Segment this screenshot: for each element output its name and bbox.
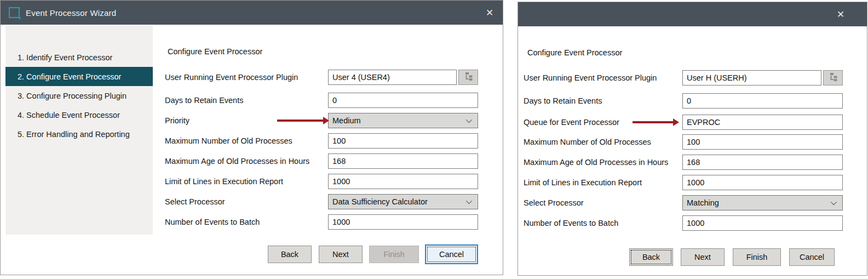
form-row: Number of Events to Batch 1000 [165, 214, 478, 230]
browse-user-button[interactable] [458, 70, 478, 85]
field-label: Maximum Number of Old Processes [165, 133, 292, 149]
field-label: Number of Events to Batch [165, 214, 260, 230]
next-button[interactable]: Next [319, 246, 363, 263]
sidebar-item-error-handling-and-reporting[interactable]: 5. Error Handling and Reporting [5, 124, 153, 144]
field-label: Maximum Age of Old Processes in Hours [524, 155, 668, 170]
annotation-arrow-priority [277, 117, 329, 124]
field-label: Priority [165, 113, 189, 128]
chevron-down-icon [831, 199, 837, 205]
field-label: Number of Events to Batch [524, 215, 618, 231]
sidebar-item-configure-event-processor[interactable]: 2. Configure Event Processor [5, 67, 153, 86]
form-row: Limit of Lines in Execution Report 1000 [524, 175, 843, 190]
form-row: Days to Retain Events 0 [165, 93, 478, 108]
form-row: Select Processor Data Sufficiency Calcul… [165, 194, 478, 209]
sidebar-item-schedule-event-processor[interactable]: 4. Schedule Event Processor [5, 105, 153, 124]
select-processor-value: Data Sufficiency Calculator [332, 197, 428, 206]
event-processor-wizard-dialog-cropped: ✕ Configure Event Processor User Running… [518, 2, 867, 276]
tree-browse-icon [464, 72, 473, 83]
max-age-old-processes-field[interactable]: 168 [682, 155, 843, 170]
form-row: User Running Event Processor Plugin User… [165, 70, 478, 85]
event-processor-wizard-dialog: Event Processor Wizard ✕ 1. Identify Eve… [0, 0, 503, 275]
field-label: Days to Retain Events [165, 93, 243, 108]
form-row: Maximum Number of Old Processes 100 [165, 133, 478, 149]
max-old-processes-field[interactable]: 100 [682, 134, 843, 150]
browse-user-button[interactable] [823, 70, 843, 86]
days-to-retain-events-field[interactable]: 0 [328, 93, 478, 108]
field-label: Queue for Event Processor [524, 115, 619, 130]
cancel-button[interactable]: Cancel [789, 248, 835, 266]
events-to-batch-field[interactable]: 1000 [328, 214, 478, 230]
max-age-old-processes-field[interactable]: 168 [328, 153, 478, 169]
form-row: Select Processor Matching [524, 195, 843, 210]
days-to-retain-events-field[interactable]: 0 [682, 93, 843, 109]
field-label: Days to Retain Events [524, 93, 602, 109]
page-title: Configure Event Processor [168, 47, 262, 56]
queue-for-event-processor-field[interactable]: EVPROC [682, 115, 843, 130]
limit-lines-report-field[interactable]: 1000 [328, 174, 478, 189]
tree-browse-icon [829, 72, 837, 83]
select-processor-value: Matching [687, 198, 719, 207]
finish-button: Finish [369, 246, 419, 263]
form-row: User Running Event Processor Plugin User… [524, 70, 843, 86]
limit-lines-report-field[interactable]: 1000 [682, 175, 843, 190]
field-label: User Running Event Processor Plugin [165, 70, 298, 85]
sidebar-item-identify-event-processor[interactable]: 1. Identify Event Processor [5, 48, 153, 67]
field-label: Select Processor [165, 194, 225, 209]
next-button[interactable]: Next [681, 248, 725, 266]
app-window-icon [9, 7, 20, 18]
wizard-steps-sidebar: 1. Identify Event Processor 2. Configure… [5, 26, 153, 235]
form-row: Number of Events to Batch 1000 [524, 215, 843, 231]
select-processor-dropdown[interactable]: Data Sufficiency Calculator [328, 194, 478, 209]
user-running-plugin-field[interactable]: User H (USERH) [682, 70, 821, 86]
field-label: Maximum Number of Old Processes [524, 134, 651, 150]
form-row: Maximum Age of Old Processes in Hours 16… [165, 153, 478, 169]
user-running-plugin-field[interactable]: User 4 (USER4) [328, 70, 457, 85]
field-label: Limit of Lines in Execution Report [165, 174, 283, 189]
field-label: User Running Event Processor Plugin [524, 70, 657, 86]
priority-dropdown[interactable]: Medium [328, 113, 478, 128]
chevron-down-icon [466, 117, 472, 123]
finish-button[interactable]: Finish [733, 248, 781, 266]
priority-value: Medium [332, 116, 361, 125]
events-to-batch-field[interactable]: 1000 [682, 215, 843, 231]
close-icon[interactable]: ✕ [478, 1, 502, 25]
window-title: Event Processor Wizard [26, 8, 116, 18]
select-processor-dropdown[interactable]: Matching [682, 195, 843, 210]
title-bar: ✕ [518, 2, 867, 26]
sidebar-item-configure-processing-plugin[interactable]: 3. Configure Processing Plugin [5, 86, 153, 105]
back-button[interactable]: Back [629, 248, 673, 266]
form-row: Days to Retain Events 0 [524, 93, 843, 109]
annotation-arrow-queue [633, 118, 679, 126]
field-label: Select Processor [524, 195, 584, 210]
page-title: Configure Event Processor [527, 48, 622, 57]
form-row: Maximum Age of Old Processes in Hours 16… [524, 155, 843, 170]
cancel-button[interactable]: Cancel [425, 244, 478, 264]
form-row: Limit of Lines in Execution Report 1000 [165, 174, 478, 189]
field-label: Limit of Lines in Execution Report [524, 175, 642, 190]
form-row: Maximum Number of Old Processes 100 [524, 134, 843, 150]
chevron-down-icon [466, 198, 472, 204]
max-old-processes-field[interactable]: 100 [328, 133, 478, 149]
field-label: Maximum Age of Old Processes in Hours [165, 153, 309, 169]
title-bar: Event Processor Wizard ✕ [1, 1, 503, 25]
back-button[interactable]: Back [268, 246, 312, 263]
form-row: Queue for Event Processor EVPROC [524, 115, 843, 130]
close-icon[interactable]: ✕ [829, 2, 853, 26]
